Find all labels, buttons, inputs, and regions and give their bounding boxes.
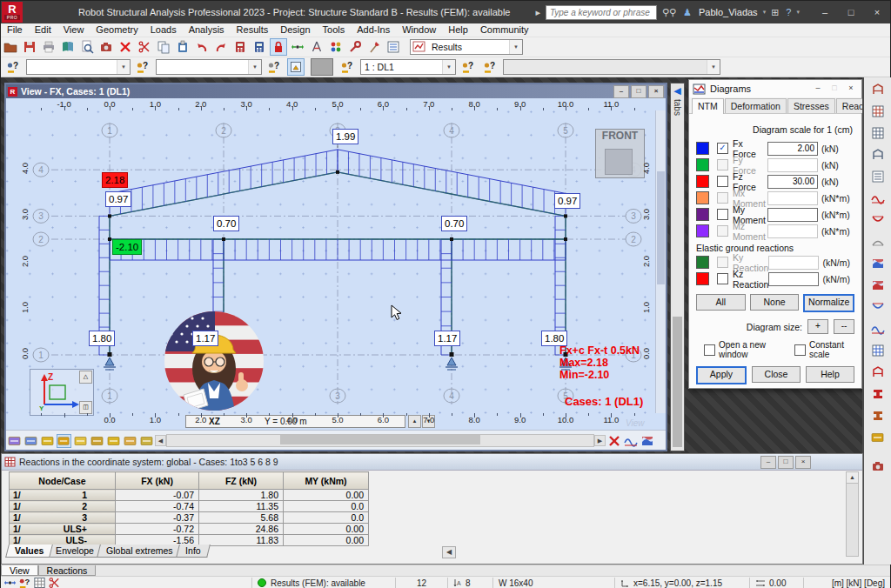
view-close-button[interactable]: × xyxy=(648,85,664,98)
column-header-3[interactable]: MY (kNm) xyxy=(284,472,369,490)
layer-map-icon[interactable] xyxy=(867,275,889,295)
my-moment-scale-input[interactable] xyxy=(767,208,818,222)
color-swatch[interactable] xyxy=(311,58,333,76)
influence-graph-icon[interactable] xyxy=(867,318,889,338)
row-header[interactable]: 1/3 xyxy=(10,512,116,524)
user-icon[interactable]: ♟ xyxy=(683,7,692,18)
menu-window[interactable]: Window xyxy=(396,23,442,37)
menu-view[interactable]: View xyxy=(57,23,90,37)
table-close-button[interactable]: × xyxy=(795,456,811,469)
results-mode-combo[interactable]: Results▼ xyxy=(410,39,523,55)
material-box-icon[interactable] xyxy=(867,427,889,447)
table-cell[interactable]: 24.86 xyxy=(199,524,284,535)
row-header[interactable]: 1/ULS+ xyxy=(10,524,116,535)
minimize-button[interactable]: – xyxy=(812,3,838,22)
diagrams-title-bar[interactable]: Diagrams – □ × xyxy=(689,80,861,97)
close-button[interactable]: × xyxy=(864,3,890,22)
cut-icon[interactable] xyxy=(136,38,153,56)
print-preview-icon[interactable] xyxy=(59,38,77,56)
menu-addins[interactable]: Add-Ins xyxy=(351,23,396,37)
pencil-mini-icon[interactable] xyxy=(73,434,88,448)
column-header-1[interactable]: FX (kN) xyxy=(116,472,199,490)
fz-force-checkbox[interactable] xyxy=(717,176,728,187)
table-cell[interactable]: 1.80 xyxy=(199,490,284,501)
grab-query-icon[interactable]: ? xyxy=(265,58,283,76)
member-query-icon[interactable]: ? xyxy=(4,58,22,76)
constant-scale-checkbox[interactable] xyxy=(794,344,806,356)
strip-scrollbar[interactable] xyxy=(673,317,682,447)
tab-view[interactable]: View xyxy=(1,565,38,576)
table-cell[interactable]: -0.07 xyxy=(116,490,199,501)
values-table-icon[interactable] xyxy=(867,340,889,360)
table-cell[interactable]: -0.74 xyxy=(116,501,199,512)
table-vertical-scrollbar[interactable]: ▲ xyxy=(846,471,859,557)
support-query-icon[interactable]: ? xyxy=(481,58,499,76)
kz-reaction-checkbox[interactable] xyxy=(717,273,728,284)
search-expand-icon[interactable]: ▸ xyxy=(535,7,540,18)
story-map-icon[interactable] xyxy=(867,101,889,121)
deformation-icon[interactable] xyxy=(867,231,889,251)
menu-analysis[interactable]: Analysis xyxy=(183,23,231,37)
column-header-0[interactable]: Node/Case xyxy=(10,472,116,490)
sheet-tab-envelope[interactable]: Envelope xyxy=(46,545,104,558)
collapse-left-icon[interactable]: ◀ xyxy=(671,84,684,97)
reactions-title-bar[interactable]: Reactions in the coordinate system: glob… xyxy=(2,454,862,471)
display-colors-icon[interactable] xyxy=(327,38,345,56)
menu-geometry[interactable]: Geometry xyxy=(90,23,144,37)
view-window-icon[interactable] xyxy=(287,58,305,76)
job-preferences-icon[interactable] xyxy=(346,38,364,56)
fy-force-scale-input[interactable] xyxy=(767,158,818,172)
menu-edit[interactable]: Edit xyxy=(29,23,57,37)
map-fill-icon[interactable] xyxy=(640,434,654,448)
table-cell[interactable]: 0.00 xyxy=(284,535,369,546)
undo-icon[interactable] xyxy=(193,38,211,56)
menu-results[interactable]: Results xyxy=(231,23,275,37)
ky-reaction-checkbox[interactable] xyxy=(717,257,728,268)
user-caret-icon[interactable]: ▾ xyxy=(763,9,767,16)
menu-help[interactable]: Help xyxy=(442,23,474,37)
table-cell[interactable]: 11.35 xyxy=(199,501,284,512)
fy-force-checkbox[interactable] xyxy=(717,159,728,170)
row-header[interactable]: 1/1 xyxy=(10,490,116,501)
stress-map-icon[interactable] xyxy=(867,253,889,273)
calculations-icon[interactable] xyxy=(251,38,268,56)
table-cell[interactable]: 0.0 xyxy=(284,512,369,524)
view-horizontal-scrollbar[interactable] xyxy=(166,434,594,447)
menu-tools[interactable]: Tools xyxy=(317,23,352,37)
clip-status-icon[interactable] xyxy=(48,578,61,588)
open-icon[interactable] xyxy=(2,38,19,56)
panel-minimize-button[interactable]: – xyxy=(811,83,825,95)
search-input[interactable] xyxy=(546,5,657,20)
table-restore-button[interactable]: □ xyxy=(778,456,794,469)
result-tables-icon[interactable] xyxy=(867,123,889,143)
redo-icon[interactable] xyxy=(212,38,230,56)
snapshot-icon[interactable] xyxy=(97,38,115,56)
normalize-button[interactable]: Normalize xyxy=(803,294,854,312)
query-status-icon[interactable]: ? xyxy=(18,578,31,588)
panel-close-button[interactable]: × xyxy=(844,83,858,95)
results-lock-icon[interactable] xyxy=(270,38,287,56)
select-nodes-mini-icon[interactable] xyxy=(7,434,22,448)
table-cell[interactable]: -0.72 xyxy=(116,524,199,535)
menu-file[interactable]: File xyxy=(1,23,29,37)
delete-icon[interactable] xyxy=(117,38,134,56)
copy-icon[interactable] xyxy=(155,38,172,56)
apply-button[interactable]: Apply xyxy=(696,366,747,384)
mz-moment-scale-input[interactable] xyxy=(767,224,818,238)
help-button[interactable]: Help xyxy=(806,366,854,383)
screen-capture-icon[interactable] xyxy=(78,38,96,56)
close-panel-button[interactable]: Close xyxy=(752,366,801,383)
screen-grab-dock-icon[interactable] xyxy=(867,456,889,476)
save-icon[interactable] xyxy=(21,38,38,56)
frame-forces-icon[interactable] xyxy=(867,362,889,382)
diagrams-off-icon[interactable] xyxy=(606,434,621,448)
kz-reaction-scale-input[interactable] xyxy=(768,272,819,286)
panel-results-icon[interactable] xyxy=(867,166,889,186)
mode-combo[interactable]: ▼ xyxy=(503,59,720,75)
sheet-tab-values[interactable]: Values xyxy=(5,545,53,558)
sheet-tab-globalextremes[interactable]: Global extremes xyxy=(97,545,182,558)
view-title-bar[interactable]: R View - FX, Cases: 1 (DL1) – □ × xyxy=(6,84,666,98)
diagrams-tab-stresses[interactable]: Stresses xyxy=(787,98,835,113)
dims-mini-icon[interactable] xyxy=(123,434,137,448)
axis-status-icon[interactable] xyxy=(3,578,17,588)
